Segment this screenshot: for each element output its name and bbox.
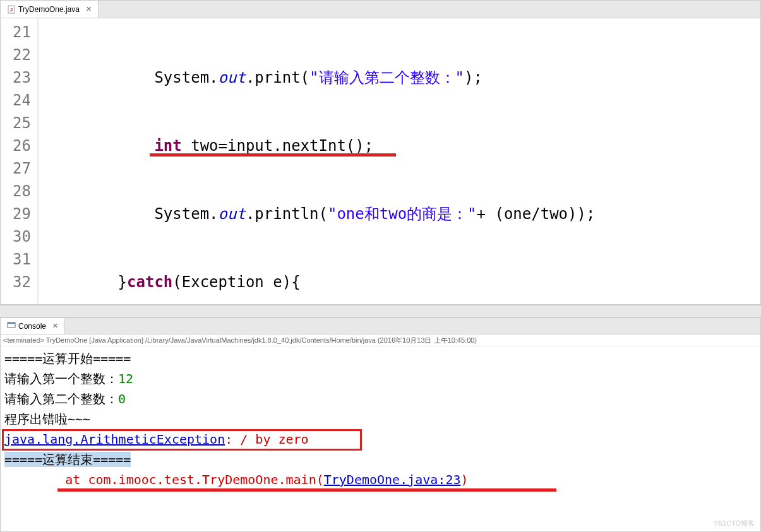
watermark: ©51CTO博客 (714, 519, 755, 528)
line-number: 28 (3, 180, 31, 203)
sash-divider[interactable] (0, 305, 761, 317)
console-line: 程序出错啦~~~ (4, 409, 757, 429)
code-content[interactable]: System.out.print("请输入第二个整数："); int two=i… (39, 18, 760, 304)
svg-rect-3 (8, 322, 15, 324)
code-line: }catch(Exception e){ (45, 271, 754, 293)
editor-panel: J TryDemoOne.java ✕ 21 22 23 24 25 26 27… (0, 0, 761, 305)
line-number: 29 (3, 203, 31, 225)
console-tab-bar: Console ✕ (1, 318, 760, 334)
close-icon[interactable]: ✕ (86, 5, 92, 13)
line-number: 21 (3, 21, 31, 44)
console-panel: Console ✕ <terminated> TryDemoOne [Java … (0, 317, 761, 532)
annotation-underline (57, 488, 556, 492)
console-icon (7, 321, 16, 331)
code-area[interactable]: 21 22 23 24 25 26 27 28 29 30 31 32 Syst… (1, 18, 760, 304)
console-line: 请输入第二个整数：0 (4, 389, 757, 409)
annotation-box (2, 429, 362, 451)
line-number: 26 (3, 134, 31, 157)
java-file-icon: J (7, 5, 16, 14)
line-number: 30 (3, 225, 31, 248)
console-line: 请输入第一个整数：12 (4, 369, 757, 389)
console-tab-label: Console (18, 322, 46, 331)
line-number: 32 (3, 271, 31, 293)
annotation-underline (150, 153, 396, 157)
editor-tab[interactable]: J TryDemoOne.java ✕ (1, 1, 99, 18)
code-line: System.out.print("请输入第二个整数："); (45, 66, 754, 89)
console-tab[interactable]: Console ✕ (1, 318, 65, 334)
console-line: =====运算开始===== (4, 348, 757, 369)
svg-text:J: J (10, 7, 13, 13)
line-numbers: 21 22 23 24 25 26 27 28 29 30 31 32 (1, 18, 39, 304)
line-number: 22 (3, 44, 31, 66)
code-line: System.out.println("one和two的商是："+ (one/t… (45, 203, 754, 225)
line-number: 23 (3, 66, 31, 89)
line-number: 25 (3, 112, 31, 134)
line-number: 24 (3, 89, 31, 112)
editor-tab-bar: J TryDemoOne.java ✕ (1, 1, 760, 18)
console-line: =====运算结束===== (4, 449, 757, 470)
close-icon[interactable]: ✕ (52, 322, 58, 330)
console-content[interactable]: =====运算开始===== 请输入第一个整数：12 请输入第二个整数：0 程序… (1, 347, 760, 531)
line-number: 31 (3, 248, 31, 271)
tab-filename: TryDemoOne.java (18, 5, 80, 14)
line-number: 27 (3, 157, 31, 180)
console-line: at com.imooc.test.TryDemoOne.main(TryDem… (4, 470, 757, 490)
console-header: <terminated> TryDemoOne [Java Applicatio… (1, 334, 760, 347)
